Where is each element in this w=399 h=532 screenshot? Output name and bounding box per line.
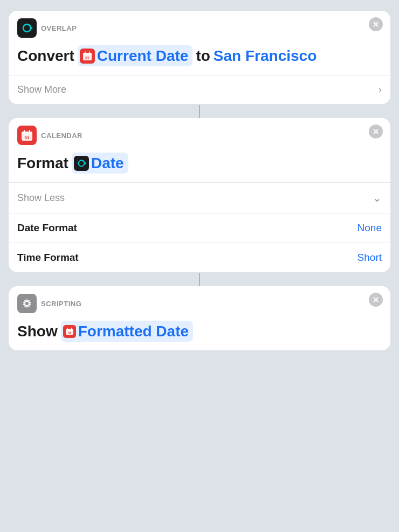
scripting-card: SCRIPTING Show 31 Formatted Date [9, 286, 390, 350]
calendar-card: 31 CALENDAR Format Date Show Les [9, 118, 390, 272]
svg-text:31: 31 [85, 56, 90, 60]
calendar-card-body: Format Date [9, 150, 390, 182]
calendar-time-format-label: Time Format [17, 252, 79, 264]
calendar-time-format-value: Short [357, 252, 382, 264]
calendar-close-button[interactable] [369, 125, 383, 139]
calendar-show-less-row[interactable]: Show Less ⌄ [9, 183, 390, 213]
calendar-date-format-value: None [357, 222, 382, 234]
calendar-date-format-row[interactable]: Date Format None [9, 213, 390, 243]
scripting-app-label: SCRIPTING [41, 300, 81, 308]
calendar-date-format-label: Date Format [17, 222, 77, 234]
svg-point-16 [25, 302, 29, 305]
scripting-token1-text: Formatted Date [78, 322, 189, 341]
calendar-time-format-row[interactable]: Time Format Short [9, 243, 390, 272]
overlap-card-header: OVERLAP [9, 11, 390, 43]
scripting-action-word: Show [17, 322, 58, 341]
scripting-close-button[interactable] [369, 293, 383, 307]
svg-rect-9 [22, 132, 32, 135]
calendar-card-header: 31 CALENDAR [9, 118, 390, 150]
calendar-action-line: Format Date [17, 153, 382, 174]
chevron-down-icon: ⌄ [373, 191, 382, 204]
calendar-show-less-label: Show Less [17, 192, 65, 204]
overlap-current-date-token[interactable]: 31 Current Date [78, 45, 193, 66]
calendar-action-word: Format [17, 154, 68, 172]
svg-rect-4 [83, 53, 92, 54]
calendar-token1-text: Date [91, 154, 124, 172]
overlap-card: OVERLAP Convert 31 Current Date [9, 11, 390, 104]
scripting-action-line: Show 31 Formatted Date [17, 321, 382, 342]
overlap-card-body: Convert 31 Current Date to San F [9, 43, 390, 75]
overlap-action-word: Convert [17, 46, 74, 65]
overlap-app-icon [17, 18, 37, 38]
svg-text:31: 31 [68, 331, 71, 334]
calendar-app-label: CALENDAR [41, 132, 82, 140]
calendar-date-token[interactable]: Date [72, 153, 128, 174]
overlap-connector-word: to [196, 46, 210, 65]
scripting-formatted-date-token[interactable]: 31 Formatted Date [61, 321, 193, 342]
overlap-token2-text[interactable]: San Francisco [214, 46, 317, 65]
overlap-app-label: OVERLAP [41, 24, 77, 32]
overlap-show-more-row[interactable]: Show More › [9, 75, 390, 104]
overlap-icon-in-token [74, 156, 89, 171]
scripting-card-header: SCRIPTING [9, 286, 390, 319]
overlap-close-button[interactable] [369, 17, 383, 31]
scripting-card-body: Show 31 Formatted Date [9, 319, 390, 350]
svg-text:31: 31 [25, 135, 30, 140]
calendar-icon-token1: 31 [80, 49, 95, 64]
calendar-app-icon: 31 [17, 126, 37, 145]
scripting-app-icon [17, 294, 37, 313]
overlap-token1-text: Current Date [97, 46, 189, 65]
chevron-right-icon: › [379, 84, 382, 95]
overlap-action-line: Convert 31 Current Date to San F [17, 45, 382, 66]
svg-rect-18 [66, 329, 73, 331]
overlap-show-more-label: Show More [17, 84, 66, 95]
calendar-icon-token3: 31 [63, 325, 76, 338]
connector-1 [199, 105, 200, 118]
connector-2 [199, 273, 200, 286]
